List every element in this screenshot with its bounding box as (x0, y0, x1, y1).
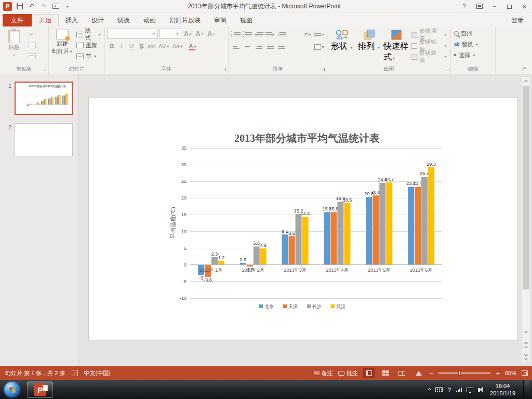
quick-styles-button[interactable]: 快速样式▼ (383, 29, 409, 65)
bar-北京-3[interactable] (324, 212, 330, 264)
restore-button[interactable] (502, 0, 517, 12)
bar-北京-4[interactable] (366, 197, 372, 264)
keyboard-tray-icon[interactable] (435, 387, 443, 392)
increase-indent-button[interactable]: ▸ (265, 29, 275, 39)
font-dialog-launcher[interactable] (222, 67, 227, 72)
select-button[interactable]: 选择▼ (453, 50, 493, 60)
tab-transitions[interactable]: 切换 (111, 14, 137, 26)
vertical-scrollbar[interactable] (522, 76, 530, 362)
slide-chart[interactable]: 2013年部分城市平均气温统计表-10-505101520253035平均温度(… (89, 98, 518, 341)
taskbar-clock[interactable]: 16:04 2015/1/19 (487, 382, 518, 397)
bar-天津-5[interactable] (415, 187, 421, 264)
paste-button[interactable]: 粘贴▼ (2, 29, 26, 65)
justify-button[interactable] (265, 42, 275, 52)
bar-长沙-3[interactable] (337, 202, 343, 264)
format-painter-button[interactable] (28, 51, 37, 61)
bar-武汉-4[interactable] (386, 182, 392, 265)
zoom-level[interactable]: 65% (505, 370, 516, 376)
bar-长沙-4[interactable] (379, 183, 385, 265)
change-case-button[interactable]: Aa▼ (171, 41, 184, 51)
slideshow-view-button[interactable] (413, 368, 424, 378)
italic-button[interactable]: I (117, 41, 126, 51)
paragraph-dialog-launcher[interactable] (321, 67, 326, 72)
bar-武汉-1[interactable] (260, 248, 267, 264)
clipboard-dialog-launcher[interactable] (42, 67, 47, 72)
bullets-button[interactable] (231, 29, 241, 39)
minimize-button[interactable]: − (487, 0, 502, 12)
start-slideshow-button[interactable] (51, 2, 60, 10)
zoom-slider-thumb[interactable] (458, 370, 461, 376)
underline-button[interactable]: U (127, 41, 136, 51)
drawing-dialog-launcher[interactable] (444, 67, 449, 72)
character-spacing-button[interactable]: AV▼ (157, 41, 171, 51)
bar-武汉-5[interactable] (428, 167, 434, 265)
bar-天津-4[interactable] (373, 195, 379, 265)
language-indicator[interactable]: 中文(中国) (84, 369, 111, 377)
align-left-button[interactable] (231, 42, 241, 52)
shape-effects-button[interactable]: 形状效果▼ (410, 52, 448, 61)
bar-长沙-1[interactable] (254, 246, 260, 264)
scroll-up-button[interactable] (522, 77, 530, 85)
undo-button[interactable]: ↶ (28, 2, 36, 10)
bar-天津-2[interactable] (289, 236, 295, 265)
tab-review[interactable]: 审阅 (207, 14, 233, 26)
bar-武汉-0[interactable] (218, 261, 224, 265)
volume-tray-icon[interactable] (478, 388, 480, 392)
tab-view[interactable]: 视图 (233, 14, 259, 26)
cut-button[interactable]: ✂ (28, 30, 37, 39)
spellcheck-icon[interactable]: ✓ (72, 370, 78, 376)
help-button[interactable]: ? (457, 0, 472, 12)
scroll-down-button[interactable] (522, 328, 530, 336)
slide-canvas[interactable]: 2013年部分城市平均气温统计表-10-505101520253035平均温度(… (88, 98, 518, 340)
replace-button[interactable]: ab替换▼ (453, 39, 493, 49)
strikethrough-button[interactable]: abc (147, 41, 157, 51)
section-button[interactable]: 节▼ (75, 51, 102, 61)
tab-file[interactable]: 文件 (3, 14, 32, 26)
arrange-button[interactable]: 排列 ▼ (356, 29, 382, 65)
sign-in-button[interactable]: 登录 (511, 14, 532, 26)
bar-长沙-0[interactable] (211, 257, 218, 265)
font-name-combobox[interactable]: ▼ (107, 29, 158, 39)
shrink-font-button[interactable]: A▼ (195, 29, 205, 39)
show-desktop-button[interactable] (523, 380, 529, 399)
line-spacing-button[interactable]: ↕ (276, 29, 287, 39)
align-right-button[interactable] (254, 42, 264, 52)
align-text-button[interactable]: ▼ (314, 29, 325, 39)
text-direction-button[interactable]: ⇄▼ (303, 29, 313, 39)
decrease-indent-button[interactable]: ◂ (254, 29, 264, 39)
next-slide-button[interactable] (522, 353, 530, 361)
align-center-button[interactable] (242, 42, 252, 52)
new-slide-button[interactable]: 新建幻灯片▼ (51, 29, 74, 65)
signal-tray-icon[interactable] (456, 388, 462, 392)
notes-button[interactable]: 备注 (314, 369, 333, 377)
start-button[interactable] (4, 382, 20, 397)
layout-button[interactable]: 版式▼ (75, 30, 102, 39)
reading-view-button[interactable] (396, 368, 408, 378)
slide-sorter-view-button[interactable] (380, 368, 391, 378)
normal-view-button[interactable] (363, 368, 375, 378)
zoom-out-button[interactable]: − (430, 370, 434, 377)
tab-insert[interactable]: 插入 (59, 14, 85, 26)
tab-animations[interactable]: 动画 (137, 14, 163, 26)
network-tray-icon[interactable] (467, 388, 473, 392)
font-color-button[interactable]: A▼ (188, 41, 198, 51)
clear-formatting-button[interactable]: A✦ (206, 29, 216, 39)
slide-thumbnail-1[interactable]: 2013年部分城市平均气温统计表 (15, 82, 73, 115)
customize-qat-button[interactable]: ▼ (63, 2, 72, 10)
reset-button[interactable]: 重置 (75, 41, 102, 50)
zoom-in-button[interactable]: + (496, 370, 500, 377)
text-shadow-button[interactable]: S (137, 41, 146, 51)
bar-武汉-3[interactable] (344, 203, 350, 265)
grow-font-button[interactable]: A▲ (183, 29, 193, 39)
close-button[interactable]: × (517, 0, 532, 12)
tray-expand-icon[interactable] (428, 388, 431, 392)
bar-长沙-5[interactable] (421, 177, 428, 265)
tab-home[interactable]: 开始 (32, 14, 59, 26)
tab-design[interactable]: 设计 (85, 14, 111, 26)
help-tray-icon[interactable]: ? (447, 386, 451, 394)
tab-slideshow[interactable]: 幻灯片放映 (163, 14, 207, 26)
ribbon-display-options-button[interactable] (472, 0, 487, 12)
slide-thumbnail-2[interactable] (15, 123, 73, 156)
save-button[interactable] (16, 2, 24, 10)
bold-button[interactable]: B (107, 41, 116, 51)
